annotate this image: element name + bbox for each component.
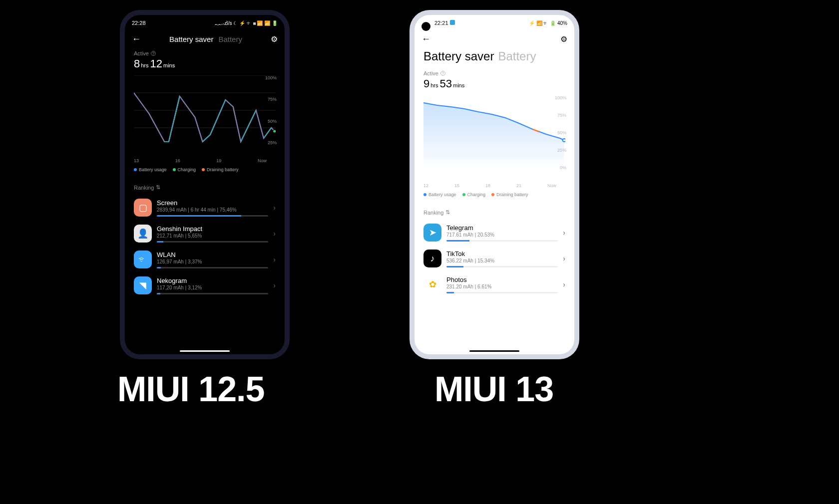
tabs: Battery saver Battery xyxy=(169,35,242,43)
back-icon[interactable]: ← xyxy=(132,34,141,44)
app-row[interactable]: ✿Photos231.20 mAh | 6.61%› xyxy=(415,271,574,297)
app-bar xyxy=(446,292,558,293)
app-row[interactable]: ♪TikTok536.22 mAh | 15.34%› xyxy=(415,246,574,271)
sort-icon: ⇅ xyxy=(156,184,160,191)
active-block: Active? 9hrs53mins xyxy=(415,67,574,91)
y-axis-labels: 100%75%50%25% xyxy=(265,75,277,145)
active-block: Active? 8hrs12mins xyxy=(125,47,285,71)
app-bar xyxy=(157,267,268,268)
gear-icon[interactable]: ⚙ xyxy=(560,34,567,44)
app-body: Genshin Impact212,71 mAh | 5,65% xyxy=(157,225,268,243)
app-sub: 231.20 mAh | 6.61% xyxy=(446,284,558,289)
app-name: Telegram xyxy=(446,224,558,232)
app-icon: ◥ xyxy=(134,276,152,294)
app-row[interactable]: ▢Screen2839,94 mAh | 6 hr 44 min | 75,46… xyxy=(125,195,285,221)
header: ← Battery saver Battery ⚙ xyxy=(125,29,285,47)
app-list-dark: ▢Screen2839,94 mAh | 6 hr 44 min | 75,46… xyxy=(125,195,285,298)
active-time: 9hrs53mins xyxy=(423,77,565,90)
app-name: Photos xyxy=(446,276,558,283)
app-bar xyxy=(157,241,268,243)
app-icon: ᯤ xyxy=(134,251,152,268)
ranking-header[interactable]: Ranking⇅ xyxy=(125,177,285,195)
app-name: Genshin Impact xyxy=(157,225,268,233)
phone-miui-13: 22:21 ⚡ 📶 ᯤ 🔋 40% ← ⚙ Battery saverBatte… xyxy=(410,10,579,359)
help-icon[interactable]: ? xyxy=(151,51,156,56)
screen-dark: 22:28 1,2KB/s ☾ ⚡ ᯤ ▦ 📶 📶 🔋 ← Battery sa… xyxy=(125,15,285,354)
app-sub: 717.61 mAh | 20.53% xyxy=(446,232,558,238)
chevron-right-icon: › xyxy=(563,254,565,262)
tab-battery[interactable]: Battery xyxy=(498,49,536,63)
app-body: WLAN126,97 mAh | 3,37% xyxy=(157,251,268,268)
app-bar xyxy=(446,240,558,242)
app-sub: 536.22 mAh | 15.34% xyxy=(446,258,558,263)
app-icon: 👤 xyxy=(134,225,152,243)
app-body: Photos231.20 mAh | 6.61% xyxy=(446,276,558,293)
app-body: TikTok536.22 mAh | 15.34% xyxy=(446,250,558,267)
x-axis-labels: 131619Now xyxy=(134,157,276,163)
camera-punch-hole xyxy=(421,22,430,31)
chart-svg xyxy=(423,95,565,170)
home-indicator[interactable] xyxy=(469,350,519,352)
chevron-right-icon: › xyxy=(273,204,276,212)
app-bar xyxy=(157,293,268,294)
x-axis-labels: 12151821Now xyxy=(423,182,565,188)
app-icon: ➤ xyxy=(423,224,441,242)
status-time: 22:28 xyxy=(132,20,146,26)
app-bar xyxy=(157,215,268,217)
status-time: 22:21 xyxy=(434,20,455,26)
app-name: Nekogram xyxy=(157,277,268,284)
battery-chart-dark: 100%75%50%25% 131619Now Battery usage Ch… xyxy=(125,71,285,177)
app-icon: ♪ xyxy=(423,250,441,267)
chart-svg xyxy=(134,75,276,145)
app-row[interactable]: ᯤWLAN126,97 mAh | 3,37%› xyxy=(125,247,285,272)
y-axis-labels: 100%75%50%25%0% xyxy=(555,95,566,170)
tab-battery-saver[interactable]: Battery saver xyxy=(169,35,213,43)
chevron-right-icon: › xyxy=(273,281,276,289)
header: ← ⚙ xyxy=(415,29,574,47)
tab-battery[interactable]: Battery xyxy=(218,35,242,43)
status-right: ⚡ 📶 ᯤ 🔋 40% xyxy=(529,20,567,26)
chevron-right-icon: › xyxy=(563,280,565,288)
tab-battery-saver[interactable]: Battery saver xyxy=(423,49,494,63)
app-body: Screen2839,94 mAh | 6 hr 44 min | 75,46% xyxy=(157,199,268,217)
back-icon[interactable]: ← xyxy=(421,34,430,44)
app-row[interactable]: 👤Genshin Impact212,71 mAh | 5,65%› xyxy=(125,221,285,247)
ranking-header[interactable]: Ranking⇅ xyxy=(415,202,574,220)
active-label: Active? xyxy=(134,50,276,56)
chart-legend: Battery usage Charging Draining battery xyxy=(423,188,565,200)
chart-legend: Battery usage Charging Draining battery xyxy=(134,163,276,175)
app-row[interactable]: ◥Nekogram117,20 mAh | 3,12%› xyxy=(125,272,285,298)
chevron-right-icon: › xyxy=(273,230,276,238)
app-sub: 126,97 mAh | 3,37% xyxy=(157,259,268,264)
app-row[interactable]: ➤Telegram717.61 mAh | 20.53%› xyxy=(415,220,574,246)
app-list-light: ➤Telegram717.61 mAh | 20.53%›♪TikTok536.… xyxy=(415,220,574,297)
caption-right: MIUI 13 xyxy=(434,369,553,409)
app-body: Telegram717.61 mAh | 20.53% xyxy=(446,224,558,242)
chevron-right-icon: › xyxy=(273,255,276,263)
battery-chart-light: 100%75%50%25%0% 12151821Now Battery usag… xyxy=(415,91,574,202)
caption-left: MIUI 12.5 xyxy=(117,369,264,409)
app-sub: 117,20 mAh | 3,12% xyxy=(157,285,268,290)
tabs: Battery saverBattery xyxy=(415,47,574,67)
gear-icon[interactable]: ⚙ xyxy=(271,34,278,44)
notch xyxy=(182,15,227,24)
sort-icon: ⇅ xyxy=(445,209,450,216)
status-bar: 22:21 ⚡ 📶 ᯤ 🔋 40% xyxy=(415,15,574,29)
app-bar xyxy=(446,266,558,267)
active-label: Active? xyxy=(423,70,565,76)
app-name: Screen xyxy=(157,199,268,207)
active-time: 8hrs12mins xyxy=(134,57,276,70)
home-indicator[interactable] xyxy=(180,350,230,352)
app-name: WLAN xyxy=(157,251,268,258)
screen-light: 22:21 ⚡ 📶 ᯤ 🔋 40% ← ⚙ Battery saverBatte… xyxy=(415,15,574,354)
phone-miui-12-5: 22:28 1,2KB/s ☾ ⚡ ᯤ ▦ 📶 📶 🔋 ← Battery sa… xyxy=(120,10,290,359)
chevron-right-icon: › xyxy=(563,229,565,237)
help-icon[interactable]: ? xyxy=(440,71,445,76)
app-body: Nekogram117,20 mAh | 3,12% xyxy=(157,277,268,294)
app-name: TikTok xyxy=(446,250,558,257)
app-icon: ✿ xyxy=(423,275,441,293)
app-sub: 2839,94 mAh | 6 hr 44 min | 75,46% xyxy=(157,207,268,213)
app-sub: 212,71 mAh | 5,65% xyxy=(157,233,268,239)
app-icon: ▢ xyxy=(134,199,152,217)
